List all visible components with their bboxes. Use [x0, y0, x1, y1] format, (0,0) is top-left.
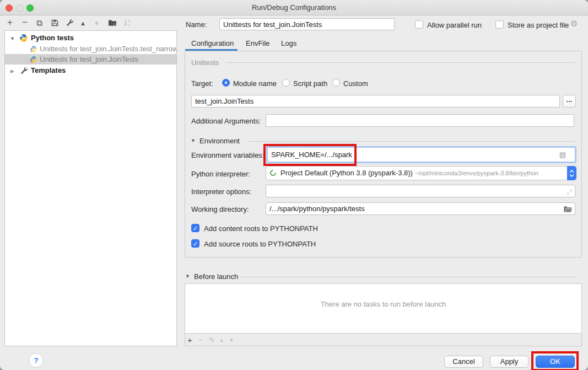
svg-text:z: z — [128, 23, 130, 27]
tree-item-python-tests[interactable]: ▼ Python tests — [5, 33, 176, 44]
before-launch-label[interactable]: Before launch — [194, 272, 238, 281]
remove-configuration-icon[interactable]: − — [22, 17, 28, 28]
apply-button[interactable]: Apply — [490, 356, 528, 368]
expanded-arrow-icon[interactable]: ▼ — [10, 33, 15, 44]
python-interpreter-value: Project Default (Python 3.8 (pyspark-3.8… — [280, 169, 413, 177]
before-launch-arrow-icon[interactable]: ▼ — [185, 274, 190, 279]
add-configuration-icon[interactable]: + — [7, 17, 13, 28]
unittests-group-label: Unittests — [191, 58, 219, 67]
tab-configuration[interactable]: Configuration — [191, 39, 234, 47]
python-interpreter-label: Python interpreter: — [191, 170, 250, 178]
name-label: Name: — [186, 20, 207, 29]
tree-item-label: Unittests for test_join.JoinTests — [40, 54, 138, 65]
working-directory-input[interactable]: /.../spark/python/pyspark/tests — [266, 202, 575, 215]
target-module-name-radio[interactable] — [222, 79, 230, 87]
environment-section-label[interactable]: Environment — [199, 137, 240, 145]
title-bar: Run/Debug Configurations — [0, 0, 588, 15]
add-task-icon[interactable]: + — [187, 335, 192, 345]
add-source-roots-checkbox[interactable]: ✓ — [191, 239, 199, 248]
folder-icon[interactable] — [564, 206, 572, 213]
environment-variables-highlight — [263, 144, 357, 166]
save-configuration-icon[interactable] — [51, 19, 59, 29]
edit-templates-icon[interactable] — [66, 19, 74, 29]
before-launch-task-list: There are no tasks to run before launch — [185, 283, 582, 334]
copy-configuration-icon[interactable]: ⧉ — [36, 18, 42, 28]
tree-item-jointests-selected[interactable]: Unittests for test_join.JoinTests — [5, 54, 176, 65]
add-source-roots-label: Add source roots to PYTHONPATH — [204, 240, 316, 248]
move-down-icon: ▼ — [94, 20, 100, 26]
python-test-icon — [30, 45, 37, 53]
python-test-icon — [30, 56, 37, 63]
configurations-tree: ▼ Python tests Unittests for test_join.J… — [4, 30, 177, 346]
collapsed-arrow-icon[interactable]: ▶ — [10, 66, 14, 77]
working-directory-value: /.../spark/python/pyspark/tests — [269, 205, 365, 213]
module-name-input[interactable] — [191, 95, 560, 108]
combo-stepper-icon[interactable] — [567, 166, 576, 180]
environment-variables-label: Environment variables: — [191, 151, 264, 159]
help-button[interactable]: ? — [29, 353, 44, 368]
move-up-icon[interactable]: ▲ — [80, 20, 86, 26]
tree-item-test-narrow[interactable]: Unittests for test_join.JoinTests.test_n… — [5, 44, 176, 55]
list-variables-icon[interactable]: ▤ — [559, 148, 566, 162]
add-content-roots-label: Add content roots to PYTHONPATH — [204, 224, 318, 233]
target-module-name-label: Module name — [233, 79, 277, 88]
interpreter-options-input[interactable]: ⤢ — [266, 185, 575, 197]
python-icon — [19, 34, 28, 42]
target-custom-radio[interactable] — [332, 79, 340, 87]
allow-parallel-run-label: Allow parallel run — [427, 21, 482, 29]
tree-item-templates[interactable]: ▶ Templates — [5, 65, 176, 76]
cancel-button[interactable]: Cancel — [444, 356, 483, 368]
conda-env-icon — [269, 169, 278, 178]
python-interpreter-path: ~/opt/miniconda3/envs/pyspark-3.8/bin/py… — [415, 170, 539, 176]
remove-task-icon: − — [198, 335, 203, 345]
tab-logs[interactable]: Logs — [281, 39, 296, 47]
working-directory-label: Working directory: — [191, 205, 249, 213]
allow-parallel-run-checkbox[interactable] — [415, 20, 423, 29]
before-launch-empty-text: There are no tasks to run before launch — [185, 300, 581, 308]
additional-arguments-label: Additional Arguments: — [191, 117, 261, 125]
tree-item-label: Unittests for test_join.JoinTests.test_n… — [40, 44, 177, 55]
additional-arguments-input[interactable] — [266, 114, 574, 127]
ok-button-highlight — [531, 351, 579, 370]
target-script-path-radio[interactable] — [282, 79, 290, 87]
name-input[interactable] — [219, 18, 395, 30]
environment-section-arrow-icon[interactable]: ▼ — [191, 138, 196, 143]
store-as-project-file-checkbox[interactable] — [495, 20, 504, 29]
interpreter-options-label: Interpreter options: — [191, 187, 251, 196]
browse-button[interactable]: ... — [563, 95, 576, 108]
wrench-icon — [20, 67, 28, 75]
gear-icon[interactable]: ⚙ — [570, 19, 578, 29]
create-new-folder-icon[interactable] — [108, 19, 117, 29]
add-content-roots-checkbox[interactable]: ✓ — [191, 224, 199, 232]
target-script-path-label: Script path — [293, 79, 327, 88]
store-as-project-file-label: Store as project file — [508, 21, 569, 29]
target-custom-label: Custom — [343, 79, 368, 88]
svg-text:a: a — [128, 19, 130, 23]
tree-item-label: Python tests — [31, 33, 74, 44]
sort-alphabetically-icon: az — [123, 18, 132, 29]
move-task-down-icon: ▼ — [229, 337, 234, 343]
run-debug-configurations-dialog: Run/Debug Configurations + − ⧉ ▲ ▼ az ▼ … — [0, 0, 588, 370]
edit-task-icon: ✎ — [209, 336, 215, 344]
move-task-up-icon: ▲ — [219, 337, 224, 343]
target-label: Target: — [191, 79, 213, 88]
expand-editor-icon[interactable]: ⤢ — [567, 186, 572, 197]
window-title: Run/Debug Configurations — [0, 0, 588, 15]
tree-item-label: Templates — [31, 65, 66, 76]
tab-envfile[interactable]: EnvFile — [246, 39, 269, 47]
before-launch-toolbar — [185, 333, 582, 346]
python-interpreter-select[interactable]: Project Default (Python 3.8 (pyspark-3.8… — [266, 166, 576, 180]
